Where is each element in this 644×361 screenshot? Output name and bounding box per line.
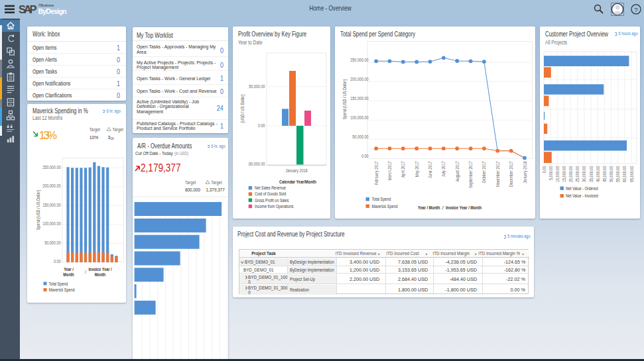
svg-text:Net Value - Ordered: Net Value - Ordered	[566, 186, 598, 191]
svg-text:Month: Month	[95, 272, 105, 277]
svg-text:Target: Target	[113, 127, 124, 132]
svg-text:Target: Target	[90, 127, 101, 132]
svg-text:July 2017: July 2017	[441, 161, 446, 176]
svg-text:March 2017: March 2017	[387, 161, 392, 180]
svg-text:Month: Month	[63, 272, 74, 277]
svg-text:April 2017: April 2017	[401, 161, 406, 178]
svg-text:Year /: Year /	[64, 267, 74, 272]
svg-text:August 2017: August 2017	[455, 161, 460, 181]
svg-text:13%: 13%	[39, 130, 57, 141]
svg-text:30,000.00: 30,000.00	[582, 166, 586, 182]
svg-text:100,000.00: 100,000.00	[42, 221, 60, 226]
svg-text:10,000.00: 10,000.00	[555, 166, 560, 182]
svg-text:65,000.00: 65,000.00	[629, 166, 634, 182]
svg-text:December 2017: December 2017	[509, 161, 513, 187]
svg-text:0.00: 0.00	[542, 166, 547, 173]
svg-text:10: 10	[111, 137, 115, 140]
svg-text:Gross Profit on Sales: Gross Profit on Sales	[255, 198, 289, 203]
svg-text:50,000.00: 50,000.00	[249, 84, 265, 89]
svg-text:10%: 10%	[90, 134, 99, 140]
svg-text:40,000.00: 40,000.00	[596, 166, 600, 182]
svg-text:(USD / US Dollar): (USD / US Dollar)	[240, 94, 245, 123]
svg-text:150,000.00: 150,000.00	[42, 203, 60, 207]
svg-text:Maverick Spend: Maverick Spend	[49, 287, 75, 293]
svg-text:Cut Off Date - Today: Cut Off Date - Today	[135, 150, 173, 156]
svg-text:September 2017: September 2017	[468, 161, 474, 187]
svg-text:/: /	[440, 205, 446, 211]
svg-text:-50,000.00: -50,000.00	[247, 162, 265, 166]
svg-text:0.00: 0.00	[258, 123, 265, 128]
svg-text:Calendar Year/Month: Calendar Year/Month	[279, 179, 316, 185]
svg-text:Spend (USD / US Dollar): Spend (USD / US Dollar)	[342, 79, 348, 119]
svg-text:Cost of Goods Sold: Cost of Goods Sold	[255, 191, 286, 196]
svg-text:?: ?	[634, 6, 637, 13]
svg-text:Invoice Year /: Invoice Year /	[89, 267, 112, 272]
svg-text:Target: Target	[185, 180, 196, 185]
svg-text:250,000.00: 250,000.00	[350, 58, 368, 62]
svg-text:November 2017: November 2017	[495, 161, 500, 187]
svg-text:Target: Target	[211, 180, 222, 185]
svg-text:January 2018: January 2018	[523, 161, 528, 183]
svg-text:Net Value - Invoiced: Net Value - Invoiced	[566, 193, 598, 198]
svg-text:35,000.00: 35,000.00	[589, 166, 594, 182]
svg-text:Net Sales Revenue: Net Sales Revenue	[255, 185, 286, 190]
svg-text:Total Spend: Total Spend	[49, 282, 68, 287]
svg-text:25,000.00: 25,000.00	[575, 166, 580, 182]
svg-text:50,000.00: 50,000.00	[44, 240, 60, 245]
svg-text:January 2018: January 2018	[285, 168, 307, 174]
svg-text:Spend (USD / US Dollar): Spend (USD / US Dollar)	[36, 190, 41, 230]
svg-text:250,000.00: 250,000.00	[42, 165, 60, 170]
svg-text:200,000.00: 200,000.00	[350, 77, 368, 81]
svg-text:800,000: 800,000	[185, 187, 200, 193]
svg-text:ByDesign: ByDesign	[38, 7, 67, 15]
svg-text:Invoice Year / Month: Invoice Year / Month	[446, 205, 482, 211]
svg-text:June 2017: June 2017	[428, 161, 432, 178]
svg-text:1,379,377: 1,379,377	[206, 187, 225, 193]
svg-text:Home - Overview: Home - Overview	[309, 4, 352, 12]
svg-text:Maverick Spend: Maverick Spend	[372, 204, 398, 209]
svg-text:50,000.00: 50,000.00	[609, 166, 613, 182]
svg-text:Income from Operations: Income from Operations	[255, 204, 294, 209]
svg-text:55,000.00: 55,000.00	[615, 166, 620, 182]
svg-text:0.00: 0.00	[54, 259, 61, 264]
svg-text:SAP: SAP	[19, 3, 36, 15]
svg-text:60,000.00: 60,000.00	[622, 166, 627, 182]
svg-text:/: /	[85, 270, 86, 274]
svg-text:Year / Month: Year / Month	[418, 205, 440, 211]
svg-text:50,000.00: 50,000.00	[352, 134, 368, 139]
svg-text:20,000.00: 20,000.00	[568, 166, 573, 182]
svg-text:2,179,377: 2,179,377	[141, 162, 181, 174]
svg-text:0.00: 0.00	[361, 154, 369, 158]
svg-text:5,000.00: 5,000.00	[548, 166, 553, 180]
svg-text:(in USD): (in USD)	[174, 151, 188, 156]
svg-text:Total Spend: Total Spend	[372, 197, 391, 202]
svg-text:100,000.00: 100,000.00	[350, 115, 368, 120]
svg-text:May 2017: May 2017	[415, 161, 420, 177]
svg-text:200,000.00: 200,000.00	[42, 183, 60, 188]
svg-text:45,000.00: 45,000.00	[602, 166, 607, 182]
svg-text:´: ´	[68, 5, 69, 9]
svg-text:150,000.00: 150,000.00	[350, 96, 368, 101]
svg-text:February 2017: February 2017	[374, 161, 379, 185]
svg-text:October 2017: October 2017	[482, 161, 486, 183]
svg-text:15,000.00: 15,000.00	[562, 166, 566, 182]
